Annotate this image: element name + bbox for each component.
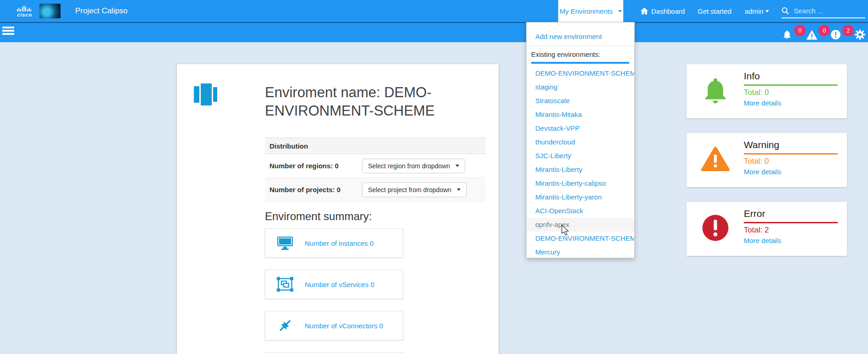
environment-menu-item[interactable]: DEMO-ENVIRONMENT-SCHEME bbox=[527, 232, 634, 245]
info-status-card: Info Total: 0 More details bbox=[687, 64, 847, 118]
environment-name: Devstack-VPP bbox=[535, 124, 580, 132]
environment-menu-item[interactable]: Mercury bbox=[527, 245, 634, 258]
dashboard-label: Dashboard bbox=[651, 7, 685, 15]
info-total: Total: 0 bbox=[744, 88, 769, 97]
vservices-summary-item[interactable]: Number of vServices 0 bbox=[265, 270, 403, 299]
warnings-triangle-icon[interactable] bbox=[806, 30, 818, 42]
settings-gear-icon[interactable] bbox=[854, 29, 866, 42]
home-icon bbox=[640, 6, 649, 16]
error-total: Total: 2 bbox=[744, 226, 769, 235]
top-navbar: cisco Project Calipso My Environments Da… bbox=[0, 0, 868, 22]
my-environments-label: My Environments bbox=[560, 7, 613, 15]
environment-name: SJC-Liberty bbox=[535, 152, 571, 160]
errors-count-badge: 2 bbox=[842, 25, 854, 36]
projects-label: Number of projects: 0 bbox=[269, 186, 362, 194]
banner-photo bbox=[39, 4, 60, 18]
chevron-down-icon bbox=[618, 10, 622, 12]
get-started-label: Get started bbox=[698, 7, 731, 15]
environment-name: DEMO-ENVIRONMENT-SCHEME bbox=[535, 234, 634, 242]
nav-dashboard[interactable]: Dashboard bbox=[640, 0, 685, 22]
environment-name: Mirantis-Mitaka bbox=[535, 111, 582, 118]
chevron-down-icon bbox=[765, 10, 769, 12]
environment-menu-item[interactable]: Mirantis-Liberty bbox=[527, 163, 634, 177]
existing-environments-label: Existing environments: bbox=[527, 48, 634, 61]
summary-item-partial[interactable] bbox=[265, 352, 403, 354]
bell-icon bbox=[700, 74, 731, 106]
nav-get-started[interactable]: Get started bbox=[698, 0, 731, 22]
environment-menu-item[interactable]: opnfv-apex bbox=[527, 218, 634, 232]
environment-menu-item[interactable]: DEMO-ENVIRONMENT-SCHEME bbox=[527, 66, 634, 80]
notification-toolbar: 0 0 2 bbox=[0, 22, 868, 42]
summary-heading: Enviroment summary: bbox=[265, 210, 372, 223]
environments-dropdown-panel: Add new environment Existing environment… bbox=[526, 22, 635, 258]
select-region-dropdown[interactable]: Select region from dropdown bbox=[362, 159, 465, 173]
warning-total: Total: 0 bbox=[744, 157, 769, 166]
regions-row: Number of regions: 0 Select region from … bbox=[265, 154, 486, 178]
environment-menu-item[interactable]: Mirantis-Liberty-yaron bbox=[527, 190, 634, 204]
compress-arrows-icon bbox=[265, 318, 305, 333]
my-environments-toggle[interactable]: My Environments bbox=[558, 0, 623, 22]
environments-list: DEMO-ENVIRONMENT-SCHEME staging Stratosc… bbox=[527, 66, 634, 258]
warnings-count-badge: 0 bbox=[819, 25, 830, 36]
environment-cube-icon bbox=[194, 83, 218, 107]
environment-name: Stratoscale bbox=[535, 97, 570, 105]
instances-summary-item[interactable]: Number of instances 0 bbox=[265, 228, 403, 258]
chevron-down-icon bbox=[457, 188, 461, 191]
environment-menu-item[interactable]: thundercloud bbox=[527, 135, 634, 149]
error-underline bbox=[744, 222, 838, 223]
select-project-dropdown[interactable]: Select project from dropdown bbox=[362, 183, 467, 197]
brand: cisco Project Calipso bbox=[16, 2, 127, 20]
warning-underline bbox=[744, 153, 838, 155]
info-title: Info bbox=[744, 71, 760, 82]
instances-count-label: Number of instances 0 bbox=[305, 239, 374, 247]
vconnectors-summary-item[interactable]: Number of vConnectors 0 bbox=[265, 311, 403, 340]
environment-menu-item[interactable]: staging bbox=[527, 80, 634, 94]
menu-divider bbox=[527, 45, 634, 46]
environment-menu-item[interactable]: ACI-OpenStack bbox=[527, 204, 634, 218]
environment-name: staging bbox=[535, 83, 557, 91]
error-status-card: Error Total: 2 More details bbox=[687, 202, 847, 256]
chevron-down-icon bbox=[456, 165, 459, 167]
menu-accent-bar bbox=[531, 62, 629, 64]
error-more-details-link[interactable]: More details bbox=[744, 237, 781, 244]
environment-menu-item[interactable]: Mirantis-Liberty-calipso bbox=[527, 177, 634, 190]
environment-name: Mirantis-Liberty-yaron bbox=[535, 193, 602, 201]
projects-row: Number of projects: 0 Select project fro… bbox=[265, 178, 486, 202]
cisco-logo-icon: cisco bbox=[16, 6, 33, 17]
environment-name: DEMO-ENVIRONMENT-SCHEME bbox=[535, 69, 634, 77]
info-more-details-link[interactable]: More details bbox=[744, 99, 781, 107]
warning-triangle-icon bbox=[700, 143, 731, 175]
username-label: admin bbox=[745, 7, 764, 15]
add-new-environment-item[interactable]: Add new environment bbox=[527, 30, 634, 44]
distribution-header: Distribution bbox=[265, 138, 486, 154]
environment-menu-item[interactable]: Stratoscale bbox=[527, 94, 634, 108]
search-input[interactable] bbox=[793, 6, 859, 15]
warning-status-card: Warning Total: 0 More details bbox=[687, 133, 847, 187]
hamburger-menu-icon[interactable] bbox=[2, 27, 14, 36]
page-title: Enviroment name: DEMO-ENVIRONMENT-SCHEME bbox=[265, 83, 462, 120]
environment-menu-item[interactable]: SJC-Liberty bbox=[527, 149, 634, 163]
calipso-dashboard: cisco Project Calipso My Environments Da… bbox=[0, 0, 868, 354]
nav-user-menu[interactable]: admin bbox=[745, 0, 769, 22]
info-underline bbox=[744, 84, 838, 86]
desktop-icon bbox=[265, 236, 305, 250]
notifications-count-badge: 0 bbox=[794, 25, 806, 36]
search-icon bbox=[781, 7, 789, 15]
distribution-table: Distribution Number of regions: 0 Select… bbox=[265, 138, 486, 202]
environment-name: Mirantis-Liberty bbox=[535, 166, 582, 173]
add-new-environment-label: Add new environment bbox=[535, 33, 602, 40]
mouse-cursor bbox=[561, 225, 570, 238]
cisco-wordmark: cisco bbox=[17, 12, 32, 17]
vservices-count-label: Number of vServices 0 bbox=[305, 281, 374, 288]
notifications-bell-icon[interactable] bbox=[782, 29, 792, 42]
errors-circle-icon[interactable] bbox=[830, 29, 841, 42]
object-group-icon bbox=[265, 277, 305, 292]
warning-more-details-link[interactable]: More details bbox=[744, 168, 781, 176]
search-box bbox=[781, 4, 865, 18]
environment-name: Mercury bbox=[535, 248, 560, 256]
environment-name: ACI-OpenStack bbox=[535, 207, 583, 215]
environment-menu-item[interactable]: Devstack-VPP bbox=[527, 122, 634, 135]
environment-name: thundercloud bbox=[535, 138, 575, 146]
regions-label: Number of regions: 0 bbox=[269, 162, 362, 170]
environment-menu-item[interactable]: Mirantis-Mitaka bbox=[527, 108, 634, 122]
